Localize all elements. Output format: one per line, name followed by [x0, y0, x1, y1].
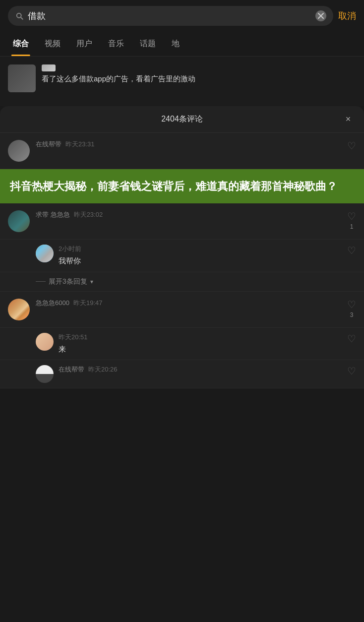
- comment-username: 在线帮带: [59, 365, 84, 374]
- reply-item: 昨天20:51 来 ♡: [0, 328, 364, 361]
- comment-like[interactable]: ♡: [347, 333, 356, 345]
- avatar: [8, 140, 30, 162]
- reply-body: 2小时前 我帮你: [59, 245, 342, 267]
- search-bar: 借款 取消: [0, 0, 364, 32]
- tab-user[interactable]: 用户: [68, 32, 100, 56]
- expand-line: [36, 281, 46, 282]
- comment-meta: 在线帮带 昨天23:31: [36, 140, 341, 149]
- search-tabs: 综合 视频 用户 音乐 话题 地: [0, 32, 364, 57]
- comment-list: 在线帮带 昨天23:31 ♡ 抖音热梗大揭秘，前妻省钱之谜背后，难道真的藏着那首…: [0, 133, 364, 388]
- tab-music[interactable]: 音乐: [100, 32, 132, 56]
- comment-item: 求带 急急急 昨天23:02 ♡ 1: [0, 203, 364, 240]
- comment-like[interactable]: ♡ 1: [347, 210, 356, 230]
- expand-replies-button[interactable]: 展开3条回复 ▾: [0, 272, 364, 292]
- comment-meta: 在线帮带 昨天20:26: [59, 365, 342, 374]
- tab-comprehensive[interactable]: 综合: [5, 32, 37, 56]
- ad-banner-text: 抖音热梗大揭秘，前妻省钱之谜背后，难道真的藏着那首神秘歌曲？: [10, 178, 354, 194]
- comment-username: 急急急6000: [36, 299, 69, 308]
- close-icon: [318, 13, 324, 19]
- comment-time: 昨天20:26: [88, 365, 118, 374]
- comment-item: 急急急6000 昨天19:47 ♡ 3: [0, 292, 364, 328]
- like-count: 3: [350, 311, 354, 318]
- search-icon: [15, 11, 24, 20]
- comment-username: 求带 急急急: [36, 210, 70, 219]
- comment-body: 求带 急急急 昨天23:02: [36, 210, 341, 221]
- heart-icon: ♡: [347, 365, 356, 377]
- chevron-down-icon: ▾: [90, 278, 93, 285]
- search-results-content: 看了这么多借款app的广告，看着广告里的激动: [0, 57, 364, 106]
- expand-text: 展开3条回复: [49, 277, 87, 286]
- avatar: [36, 333, 54, 351]
- like-count: 1: [350, 223, 354, 230]
- search-input-wrap[interactable]: 借款: [8, 6, 333, 26]
- reply-body: 在线帮带 昨天20:26: [59, 365, 342, 376]
- clear-search-button[interactable]: [315, 10, 326, 21]
- comment-like[interactable]: ♡ 3: [347, 299, 356, 318]
- avatar: [8, 299, 30, 320]
- comment-like[interactable]: ♡: [347, 365, 356, 377]
- avatar: [36, 245, 54, 262]
- tab-topic[interactable]: 话题: [132, 32, 164, 56]
- post-description: 看了这么多借款app的广告，看着广告里的激动: [42, 73, 195, 85]
- tab-location[interactable]: 地: [164, 32, 187, 56]
- heart-icon: ♡: [347, 210, 356, 222]
- cancel-button[interactable]: 取消: [338, 8, 356, 24]
- reply-body: 昨天20:51 来: [59, 333, 342, 355]
- comment-time: 昨天23:31: [65, 140, 95, 149]
- post-preview[interactable]: 看了这么多借款app的广告，看着广告里的激动: [8, 64, 356, 92]
- reply-item: 2小时前 我帮你 ♡: [0, 240, 364, 272]
- comment-username: 在线帮带: [36, 140, 61, 149]
- comment-like[interactable]: ♡: [347, 140, 356, 152]
- comment-time: 2小时前: [59, 245, 81, 253]
- heart-icon: ♡: [347, 333, 356, 345]
- comment-time: 昨天19:47: [73, 299, 103, 308]
- heart-icon: ♡: [347, 245, 356, 256]
- comment-meta: 求带 急急急 昨天23:02: [36, 210, 341, 219]
- comment-header: 2404条评论 ×: [0, 106, 364, 133]
- avatar: [8, 210, 30, 232]
- reply-text: 我帮你: [59, 255, 342, 267]
- comment-meta: 昨天20:51: [59, 333, 342, 342]
- avatar: [36, 365, 54, 383]
- comment-body: 急急急6000 昨天19:47: [36, 299, 341, 310]
- comment-time: 昨天20:51: [59, 333, 88, 342]
- reply-text: 来: [59, 344, 342, 355]
- post-info: 看了这么多借款app的广告，看着广告里的激动: [42, 64, 195, 85]
- comment-body: 在线帮带 昨天23:31: [36, 140, 341, 151]
- comment-meta: 2小时前: [59, 245, 342, 253]
- comment-like[interactable]: ♡: [347, 245, 356, 256]
- search-input[interactable]: 借款: [28, 10, 311, 22]
- heart-icon: ♡: [347, 299, 356, 311]
- post-user-avatar: [42, 64, 56, 71]
- comment-item: 在线帮带 昨天23:31 ♡: [0, 133, 364, 169]
- reply-item: 在线帮带 昨天20:26 ♡: [0, 360, 364, 388]
- comment-time: 昨天23:02: [74, 210, 103, 219]
- comment-count-title: 2404条评论: [161, 114, 203, 124]
- close-comments-button[interactable]: ×: [342, 114, 354, 125]
- comment-meta: 急急急6000 昨天19:47: [36, 299, 341, 308]
- ad-banner[interactable]: 抖音热梗大揭秘，前妻省钱之谜背后，难道真的藏着那首神秘歌曲？: [0, 169, 364, 203]
- post-thumbnail: [8, 64, 36, 92]
- heart-icon: ♡: [347, 140, 356, 152]
- tab-video[interactable]: 视频: [37, 32, 68, 56]
- comment-panel: 2404条评论 × 在线帮带 昨天23:31 ♡ 抖音热梗大揭秘，前妻省钱之谜背…: [0, 106, 364, 388]
